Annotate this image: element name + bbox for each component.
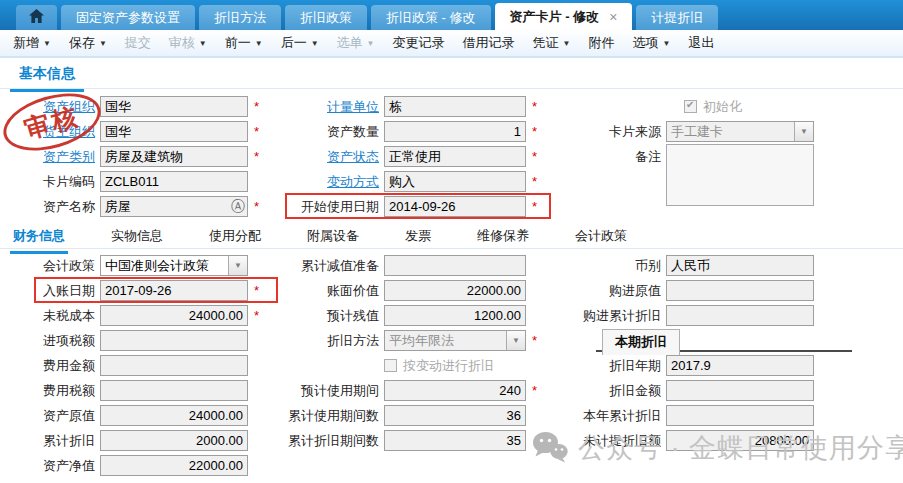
toolbar-button[interactable]: 新增▼ [4, 34, 60, 52]
field-row: 预计使用期间240* [288, 378, 540, 403]
field-input[interactable]: 1200.00 [384, 305, 526, 326]
app-tab[interactable]: 计提折旧 [636, 5, 718, 30]
detail-tab[interactable]: 使用分配 [206, 222, 264, 254]
dropdown-arrow-icon[interactable]: ▼ [228, 256, 247, 275]
field-input[interactable]: 240 [384, 380, 526, 401]
app-tab[interactable]: 折旧政策 [285, 5, 367, 30]
detail-tab[interactable]: 实物信息 [108, 222, 166, 254]
field-input[interactable]: 2000.00 [100, 430, 248, 451]
basic-col3: 初始化 卡片来源 手工建卡 ▼ 备注 [558, 94, 814, 210]
toolbar-button[interactable]: 前一▼ [216, 34, 272, 52]
app-tab[interactable]: 折旧政策 - 修改 [371, 5, 491, 30]
chevron-down-icon[interactable]: ▼ [662, 39, 670, 48]
dropdown-arrow-icon[interactable]: ▼ [506, 331, 525, 350]
app-tab[interactable]: 固定资产参数设置 [61, 5, 195, 30]
app-tab[interactable]: 资产卡片 - 修改× [495, 3, 633, 30]
detail-tab[interactable]: 会计政策 [572, 222, 630, 254]
field-value: 国华 [101, 98, 247, 116]
field-row: 币别人民币 [558, 253, 814, 278]
field-input[interactable]: 24000.00 [100, 405, 248, 426]
field-input[interactable]: 正常使用 [384, 146, 526, 167]
field-input[interactable]: 购入 [384, 171, 526, 192]
toolbar-button[interactable]: 变更记录 [384, 34, 454, 52]
field-label: 累计折旧期间数 [288, 432, 384, 450]
field-input[interactable]: 房屋Ⓐ [100, 196, 248, 217]
required-asterisk: * [532, 333, 540, 348]
field-input[interactable]: 1 [384, 121, 526, 142]
field-input[interactable]: 22000.00 [384, 280, 526, 301]
field-input[interactable]: 平均年限法▼ [384, 330, 526, 351]
tab-label: 折旧方法 [214, 9, 266, 27]
app-tab[interactable]: 折旧方法 [199, 5, 281, 30]
field-label-link[interactable]: 资产状态 [288, 148, 384, 166]
field-input[interactable] [666, 305, 814, 326]
tab-close-icon[interactable]: × [609, 9, 617, 25]
field-label: 资产原值 [0, 407, 100, 425]
field-label: 会计政策 [0, 257, 100, 275]
field-label-link[interactable]: 变动方式 [288, 173, 384, 191]
field-input[interactable]: 24000.00 [100, 305, 248, 326]
field-input[interactable]: 36 [384, 405, 526, 426]
field-value: 人民币 [667, 257, 813, 275]
field-label-link[interactable]: 资产类别 [0, 148, 100, 166]
toolbar-button[interactable]: 选项▼ [623, 34, 679, 52]
field-input[interactable] [384, 255, 526, 276]
initialized-checkbox[interactable] [684, 100, 697, 113]
field-input[interactable]: 房屋及建筑物 [100, 146, 248, 167]
detail-tab[interactable]: 维修保养 [474, 222, 532, 254]
chevron-down-icon[interactable]: ▼ [563, 39, 571, 48]
field-input[interactable]: 22000.00 [100, 455, 248, 476]
field-input[interactable] [666, 380, 814, 401]
chevron-down-icon[interactable]: ▼ [99, 39, 107, 48]
chevron-down-icon[interactable]: ▼ [43, 39, 51, 48]
field-input[interactable] [666, 405, 814, 426]
field-row: 累计折旧期间数35 [288, 428, 540, 453]
field-input[interactable]: 栋 [384, 96, 526, 117]
field-input[interactable] [100, 380, 248, 401]
field-input[interactable]: 国华 [100, 121, 248, 142]
toolbar-button[interactable]: 保存▼ [60, 34, 116, 52]
detail-tab[interactable]: 附属设备 [304, 222, 362, 254]
field-input[interactable] [100, 355, 248, 376]
finance-col1: 会计政策中国准则会计政策▼入账日期2017-09-26*未税成本24000.00… [0, 253, 262, 478]
toolbar-button-label: 选项 [632, 34, 658, 52]
field-value: 22000.00 [385, 283, 525, 298]
detail-tab[interactable]: 发票 [402, 222, 434, 254]
field-input[interactable]: 35 [384, 430, 526, 451]
field-value: 国华 [101, 123, 247, 141]
watermark: 公众号 · 金蝶日常使用分享 [532, 430, 903, 466]
field-input[interactable]: 国华 [100, 96, 248, 117]
field-label: 卡片来源 [558, 123, 666, 141]
home-icon [29, 9, 44, 26]
required-asterisk: * [532, 383, 540, 398]
toolbar-button[interactable]: 借用记录 [454, 34, 524, 52]
multilingual-icon[interactable]: Ⓐ [231, 198, 245, 216]
dropdown-arrow-icon[interactable]: ▼ [794, 122, 813, 141]
chevron-down-icon[interactable]: ▼ [311, 39, 319, 48]
toolbar-button[interactable]: 退出 [679, 34, 723, 52]
remark-textarea[interactable] [666, 144, 814, 206]
chevron-down-icon[interactable]: ▼ [255, 39, 263, 48]
field-row: 资产名称房屋Ⓐ* [0, 194, 262, 219]
field-input[interactable] [666, 280, 814, 301]
checkbox[interactable] [384, 359, 397, 372]
field-input[interactable]: ZCLB011 [100, 171, 248, 192]
field-input[interactable]: 2017-09-26 [100, 280, 248, 301]
field-input[interactable]: 人民币 [666, 255, 814, 276]
field-input[interactable] [100, 330, 248, 351]
toolbar-button[interactable]: 附件 [579, 34, 623, 52]
field-value: ZCLB011 [101, 174, 247, 189]
field-label: 费用税额 [0, 382, 100, 400]
field-input[interactable]: 中国准则会计政策▼ [100, 255, 248, 276]
field-input[interactable]: 2017.9 [666, 355, 814, 376]
detail-tab[interactable]: 财务信息 [10, 222, 68, 254]
toolbar-button[interactable]: 凭证▼ [524, 34, 580, 52]
field-input[interactable]: 2014-09-26 [384, 196, 526, 217]
card-source-dropdown[interactable]: 手工建卡 ▼ [666, 121, 814, 142]
field-label-link[interactable]: 计量单位 [288, 98, 384, 116]
field-row: 计量单位栋* [288, 94, 540, 119]
chevron-down-icon: ▼ [367, 39, 375, 48]
toolbar-button: 审核▼ [160, 34, 216, 52]
tab-home[interactable] [16, 5, 57, 30]
toolbar-button[interactable]: 后一▼ [272, 34, 328, 52]
